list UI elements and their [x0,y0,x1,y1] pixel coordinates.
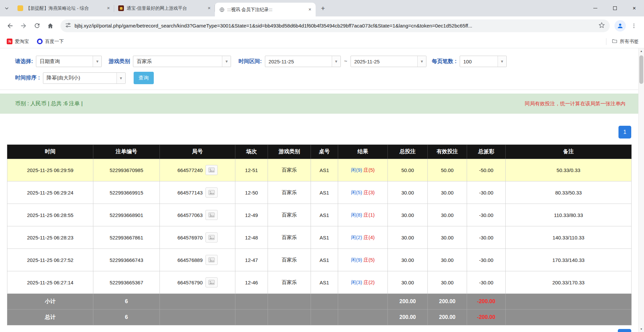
maximize-button[interactable] [605,0,625,16]
date-from-select[interactable]: 2025-11-25 ▼ [265,56,341,67]
sort-label: 时间排序 : [15,74,40,81]
cell-round: 664576790 [160,271,235,294]
cell-total-bet[interactable]: 30.00 [388,181,428,204]
result-player: 闲(5) [351,189,362,195]
new-tab-button[interactable]: + [318,3,328,14]
browser-tab-forum[interactable]: 【新提醒】海燕策略论坛 - 综合 × [13,2,114,15]
site-settings-icon[interactable] [65,22,71,30]
close-button[interactable]: × [625,0,644,16]
col-session: 场次 [235,145,268,159]
browser-tab-bet-records[interactable]: :::视讯 会员下注纪录::: × [215,3,316,16]
search-button[interactable]: 查询 [134,72,154,84]
result-banker: 庄(3) [364,189,375,195]
bookmark-label: 爱淘宝 [15,39,29,45]
cell-table: AS1 [311,159,338,181]
cell-session: 12-47 [235,249,268,271]
tab-bar: 【新提醒】海燕策略论坛 - 综合 × 通宝-信誉最好的网上游戏平台 × :::视… [0,0,644,16]
back-icon[interactable] [3,19,17,33]
table-row: 2025-11-25 06:27:14 522993665367 6645767… [7,271,632,294]
cell-session: 12-51 [235,159,268,181]
settlement-note: 同局有效投注，统一计算在该局第一张注单内 [525,101,626,107]
cell-valid-bet: 30.00 [428,271,467,294]
result-image-icon[interactable] [205,232,218,242]
cell-payout: -30.00 [467,204,506,226]
all-bookmarks-button[interactable]: 所有书签 [606,38,639,45]
bookmark-star-icon[interactable] [598,22,605,30]
result-player: 闲(9) [351,257,362,263]
result-image-icon[interactable] [205,187,218,198]
browser-menu-icon[interactable] [627,19,641,33]
tab-search-chevron-icon[interactable] [0,0,13,16]
profile-avatar[interactable] [614,20,626,32]
url-bar[interactable]: bjbj.xyz/ipl/portal.php/game/betrecord_s… [60,19,610,32]
game-type-select[interactable]: 百家乐 ▼ [133,56,231,67]
col-table: 桌号 [311,145,338,159]
round-number: 664576790 [177,280,202,285]
bookmark-aitaobao[interactable]: 淘 爱淘宝 [5,37,32,46]
bookmarks-bar: 淘 爱淘宝 百度一下 所有书签 [0,35,644,48]
browser-tab-tongbao[interactable]: 通宝-信誉最好的网上游戏平台 × [114,2,215,15]
empty-cell [160,294,235,310]
reload-icon[interactable] [30,19,44,33]
scroll-up-icon[interactable]: ▲ [639,48,644,54]
cell-time: 2025-11-25 06:29:24 [7,181,93,204]
sort-select[interactable]: 降幂(由大到小) ▼ [43,72,126,84]
window-controls: × [586,0,644,16]
cell-game: 百家乐 [268,249,311,271]
col-round: 局号 [160,145,235,159]
bookmark-baidu[interactable]: 百度一下 [36,37,67,46]
result-image-icon[interactable] [205,210,218,220]
chevron-down-icon[interactable]: ▼ [417,56,426,67]
cell-total-bet[interactable]: 30.00 [388,204,428,226]
scroll-down-icon[interactable]: ▼ [639,326,644,332]
result-image-icon[interactable] [205,165,218,175]
chevron-down-icon[interactable]: ▼ [222,56,231,67]
cell-session: 12-49 [235,204,268,226]
query-mode-select[interactable]: 日期查询 ▼ [36,56,102,67]
cell-remark: 200.33/170.33 [506,271,632,294]
forward-icon[interactable] [17,19,30,33]
tab-close-icon[interactable]: × [206,5,212,11]
query-mode-value: 日期查询 [36,58,93,65]
chevron-down-icon[interactable]: ▼ [117,73,125,84]
page-size-label: 每页笔数 : [432,58,457,65]
date-to-select[interactable]: 2025-11-25 ▼ [351,56,426,67]
page-scrollbar[interactable]: ▲ ▼ [638,48,644,332]
page-size-select[interactable]: 100 ▼ [460,56,507,67]
tab-close-icon[interactable]: × [307,7,313,13]
chevron-down-icon[interactable]: ▼ [332,56,340,67]
minimize-button[interactable] [586,0,605,16]
result-banker: 庄(1) [364,212,375,218]
result-image-icon[interactable] [205,255,218,265]
game-type-value: 百家乐 [133,58,222,65]
cell-payout: -30.00 [467,271,506,294]
scrollbar-thumb[interactable] [639,55,643,84]
bet-records-table: 时间 注单编号 局号 场次 游戏类别 桌号 结果 总投注 有效投注 总派彩 备注… [7,145,632,325]
result-image-icon[interactable] [205,277,218,287]
game-type-label: 游戏类别 [108,58,130,65]
cell-total-bet[interactable]: 50.00 [388,159,428,181]
chevron-down-icon[interactable]: ▼ [93,56,101,67]
cell-remark: 110.33/80.33 [506,204,632,226]
all-bookmarks-label: 所有书签 [620,39,639,45]
page-1-button[interactable]: 1 [618,126,631,139]
subtotal-payout: -200.00 [467,294,506,310]
empty-cell [506,310,632,325]
table-row: 2025-11-25 06:28:55 522993668901 6645770… [7,204,632,226]
chevron-down-icon[interactable]: ▼ [498,56,506,67]
cell-total-bet[interactable]: 30.00 [388,271,428,294]
url-text[interactable]: bjbj.xyz/ipl/portal.php/game/betrecord_s… [75,23,595,29]
cell-total-bet[interactable]: 30.00 [388,226,428,249]
tab-favicon [17,5,23,11]
empty-cell [235,294,268,310]
cell-time: 2025-11-25 06:28:23 [7,226,93,249]
cell-total-bet[interactable]: 30.00 [388,249,428,271]
total-payout: -200.00 [467,310,506,325]
filter-row-2: 时间排序 : 降幂(由大到小) ▼ 查询 [0,72,644,84]
home-icon[interactable] [44,19,57,33]
pagination: 1 [0,126,644,139]
tab-close-icon[interactable]: × [105,5,111,11]
cell-payout: -50.00 [467,159,506,181]
cell-round: 664577143 [160,181,235,204]
bottom-pagination-button-clipped[interactable] [618,329,631,332]
